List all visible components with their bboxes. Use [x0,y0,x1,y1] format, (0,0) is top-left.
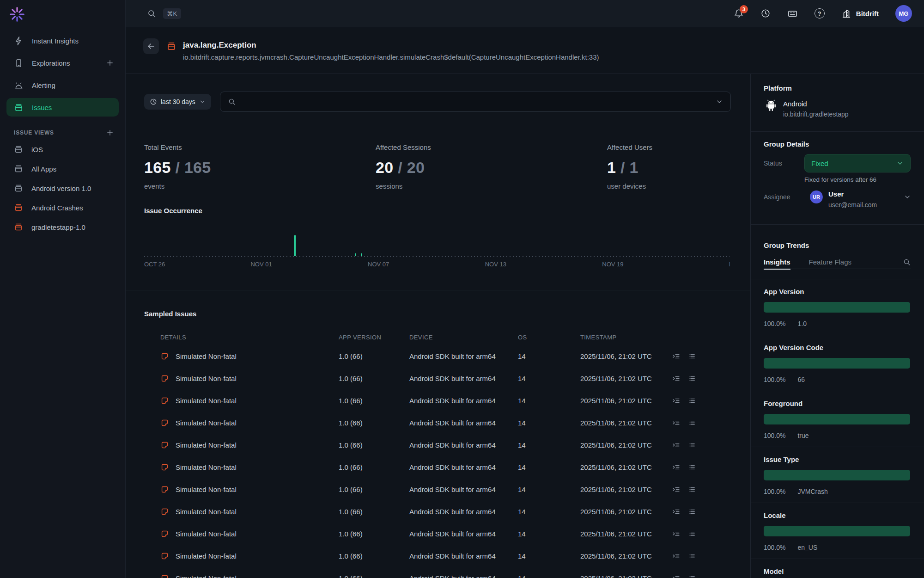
open-logs-list-icon[interactable] [688,397,696,405]
sidebar-item-instant-insights[interactable]: Instant Insights [0,30,125,52]
axis-tick-label: NOV 01 [250,261,272,268]
trend-tab[interactable]: Feature Flags [809,255,852,269]
open-timeline-icon[interactable] [672,352,680,360]
trend-value: JVMCrash [797,488,827,495]
org-switcher[interactable]: Bitdrift [841,8,879,18]
view-box-icon [14,145,23,154]
open-timeline-icon[interactable] [672,508,680,516]
cell-details: Simulated Non-fatal [160,552,339,560]
axis-tick-label: NOV 07 [368,261,389,268]
crash-note-icon [160,352,169,361]
crash-note-icon [160,574,169,578]
status-dropdown[interactable]: Fixed [804,154,911,172]
table-row[interactable]: Simulated Non-fatal 1.0 (66) Android SDK… [160,567,732,578]
crash-note-icon [160,441,169,449]
issue-views-header: ISSUE VIEWS [14,129,114,137]
trend-title: App Version Code [764,344,823,351]
cell-os: 14 [518,463,580,471]
crash-note-icon [160,507,169,516]
stat-block: Affected Sessions 20 / 20 sessions [376,143,607,190]
sidebar-item-issues[interactable]: Issues [6,98,119,117]
user-avatar[interactable]: MG [895,5,912,22]
group-details-section: Group Details Status Fixed Fixed for ver… [751,132,924,225]
open-timeline-icon[interactable] [672,574,680,578]
trend-item: App Version Code 100.0% 66 [751,335,924,391]
notifications-button[interactable]: 3 [734,8,744,18]
open-logs-list-icon[interactable] [688,375,696,382]
open-logs-list-icon[interactable] [688,463,696,471]
cell-app-version: 1.0 (66) [339,441,409,449]
sampled-issues-table: DETAILS APP VERSION DEVICE OS TIMESTAMP … [160,331,732,578]
open-logs-list-icon[interactable] [688,419,696,427]
issue-view-item[interactable]: gradletestapp-1.0 [0,217,125,237]
back-button[interactable] [143,38,159,54]
table-row[interactable]: Simulated Non-fatal 1.0 (66) Android SDK… [160,367,732,389]
trend-bar [764,414,910,424]
alarm-icon [14,80,24,90]
issue-header: java.lang.Exception io.bitdrift.capture.… [126,27,924,74]
cell-app-version: 1.0 (66) [339,530,409,538]
table-row[interactable]: Simulated Non-fatal 1.0 (66) Android SDK… [160,434,732,456]
row-actions [672,463,732,471]
search-shortcut-chip: ⌘K [163,8,181,19]
open-logs-list-icon[interactable] [688,508,696,516]
sidebar-item-explorations[interactable]: Explorations [0,52,125,74]
issue-view-item[interactable]: All Apps [0,159,125,178]
table-row[interactable]: Simulated Non-fatal 1.0 (66) Android SDK… [160,500,732,523]
open-timeline-icon[interactable] [672,441,680,449]
cell-os: 14 [518,375,580,382]
bitdrift-logo-icon[interactable] [8,6,26,23]
open-timeline-icon[interactable] [672,530,680,538]
stat-value: 20 / 20 [376,159,607,177]
table-row[interactable]: Simulated Non-fatal 1.0 (66) Android SDK… [160,456,732,478]
open-timeline-icon[interactable] [672,463,680,471]
stat-block: Affected Users 1 / 1 user devices [607,143,750,190]
open-logs-list-icon[interactable] [688,552,696,560]
table-row[interactable]: Simulated Non-fatal 1.0 (66) Android SDK… [160,412,732,434]
crash-note-icon [160,485,169,494]
assignee-label: Assignee [764,193,790,201]
issue-view-item[interactable]: Android version 1.0 [0,178,125,198]
stat-unit: events [144,182,376,190]
open-timeline-icon[interactable] [672,419,680,427]
trends-search-icon[interactable] [903,258,911,266]
open-timeline-icon[interactable] [672,486,680,493]
table-body: Simulated Non-fatal 1.0 (66) Android SDK… [160,345,732,578]
table-row[interactable]: Simulated Non-fatal 1.0 (66) Android SDK… [160,545,732,567]
recent-button[interactable] [760,8,771,18]
filter-search-input[interactable] [220,92,731,112]
time-range-dropdown[interactable]: last 30 days [144,94,211,110]
table-row[interactable]: Simulated Non-fatal 1.0 (66) Android SDK… [160,478,732,500]
trend-value: en_US [797,544,817,551]
open-logs-list-icon[interactable] [688,352,696,360]
trend-value: 66 [797,376,805,383]
add-issue-view-button[interactable] [106,129,114,137]
search-icon [147,9,157,18]
issue-view-item[interactable]: Android Crashes [0,198,125,217]
open-timeline-icon[interactable] [672,375,680,382]
global-search[interactable]: ⌘K [147,8,181,19]
assignee-dropdown[interactable] [904,193,911,201]
stat-current: 165 [144,159,171,176]
cell-device: Android SDK built for arm64 [409,486,518,493]
issue-details-text: Simulated Non-fatal [176,352,237,360]
table-row[interactable]: Simulated Non-fatal 1.0 (66) Android SDK… [160,523,732,545]
open-timeline-icon[interactable] [672,552,680,560]
issue-details-text: Simulated Non-fatal [176,463,237,471]
open-logs-list-icon[interactable] [688,441,696,449]
trend-meta: 100.0% 66 [764,376,805,383]
open-timeline-icon[interactable] [672,397,680,405]
issue-view-item[interactable]: iOS [0,140,125,159]
sidebar-item-alerting[interactable]: Alerting [0,74,125,96]
chevron-down-icon[interactable] [716,98,723,105]
open-logs-list-icon[interactable] [688,574,696,578]
trend-item: App Version 100.0% 1.0 [751,279,924,335]
shortcuts-button[interactable] [787,8,798,19]
table-row[interactable]: Simulated Non-fatal 1.0 (66) Android SDK… [160,389,732,412]
table-row[interactable]: Simulated Non-fatal 1.0 (66) Android SDK… [160,345,732,367]
trend-tab[interactable]: Insights [764,255,790,269]
add-exploration-button[interactable] [106,59,114,67]
open-logs-list-icon[interactable] [688,530,696,538]
open-logs-list-icon[interactable] [688,486,696,493]
help-button[interactable]: ? [815,8,825,18]
